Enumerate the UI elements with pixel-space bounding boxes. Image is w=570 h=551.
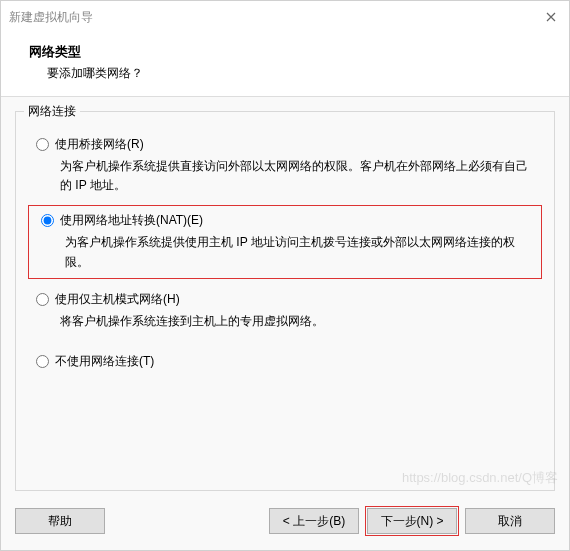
radio-hostonly[interactable] bbox=[36, 293, 49, 306]
option-none-row[interactable]: 不使用网络连接(T) bbox=[36, 353, 538, 370]
page-subtitle: 要添加哪类网络？ bbox=[29, 65, 541, 82]
content-area: 网络连接 使用桥接网络(R) 为客户机操作系统提供直接访问外部以太网网络的权限。… bbox=[1, 97, 569, 496]
option-hostonly[interactable]: 使用仅主机模式网络(H) 将客户机操作系统连接到主机上的专用虚拟网络。 bbox=[36, 291, 538, 331]
button-bar: 帮助 < 上一步(B) 下一步(N) > 取消 bbox=[1, 496, 569, 550]
wizard-window: 新建虚拟机向导 网络类型 要添加哪类网络？ 网络连接 使用桥接网络(R) 为客户… bbox=[0, 0, 570, 551]
radio-bridged[interactable] bbox=[36, 138, 49, 151]
option-bridged-row[interactable]: 使用桥接网络(R) bbox=[36, 136, 538, 153]
option-hostonly-desc: 将客户机操作系统连接到主机上的专用虚拟网络。 bbox=[60, 312, 538, 331]
close-icon[interactable] bbox=[541, 7, 561, 27]
back-button[interactable]: < 上一步(B) bbox=[269, 508, 359, 534]
highlight-nat: 使用网络地址转换(NAT)(E) 为客户机操作系统提供使用主机 IP 地址访问主… bbox=[28, 205, 542, 278]
help-button[interactable]: 帮助 bbox=[15, 508, 105, 534]
window-title: 新建虚拟机向导 bbox=[9, 9, 93, 26]
next-button[interactable]: 下一步(N) > bbox=[367, 508, 457, 534]
highlight-next: 下一步(N) > bbox=[365, 506, 459, 536]
option-hostonly-row[interactable]: 使用仅主机模式网络(H) bbox=[36, 291, 538, 308]
option-nat[interactable]: 使用网络地址转换(NAT)(E) 为客户机操作系统提供使用主机 IP 地址访问主… bbox=[41, 212, 533, 271]
option-nat-label: 使用网络地址转换(NAT)(E) bbox=[60, 212, 203, 229]
option-nat-row[interactable]: 使用网络地址转换(NAT)(E) bbox=[41, 212, 533, 229]
wizard-header: 网络类型 要添加哪类网络？ bbox=[1, 33, 569, 97]
titlebar: 新建虚拟机向导 bbox=[1, 1, 569, 33]
page-title: 网络类型 bbox=[29, 43, 541, 61]
option-bridged-desc: 为客户机操作系统提供直接访问外部以太网网络的权限。客户机在外部网络上必须有自己的… bbox=[60, 157, 538, 195]
cancel-button[interactable]: 取消 bbox=[465, 508, 555, 534]
option-bridged-label: 使用桥接网络(R) bbox=[55, 136, 144, 153]
radio-nat[interactable] bbox=[41, 214, 54, 227]
network-fieldset: 网络连接 使用桥接网络(R) 为客户机操作系统提供直接访问外部以太网网络的权限。… bbox=[15, 111, 555, 491]
option-none[interactable]: 不使用网络连接(T) bbox=[36, 353, 538, 370]
option-bridged[interactable]: 使用桥接网络(R) 为客户机操作系统提供直接访问外部以太网网络的权限。客户机在外… bbox=[36, 136, 538, 195]
radio-none[interactable] bbox=[36, 355, 49, 368]
option-nat-desc: 为客户机操作系统提供使用主机 IP 地址访问主机拨号连接或外部以太网网络连接的权… bbox=[65, 233, 533, 271]
option-none-label: 不使用网络连接(T) bbox=[55, 353, 154, 370]
fieldset-legend: 网络连接 bbox=[24, 103, 80, 120]
option-hostonly-label: 使用仅主机模式网络(H) bbox=[55, 291, 180, 308]
